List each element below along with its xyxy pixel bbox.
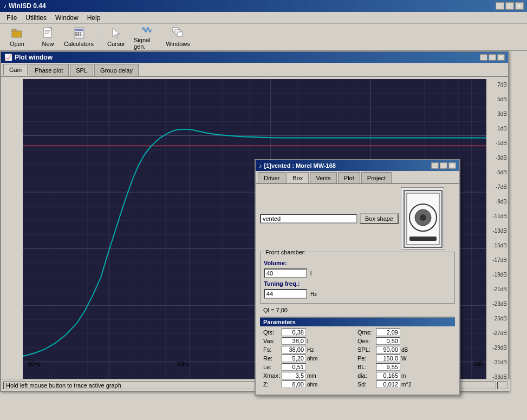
svg-rect-9	[75, 32, 77, 34]
dialog-tabs: Driver Box Vents Plot Project	[256, 171, 459, 184]
dialog-minimize-button[interactable]: _	[431, 162, 439, 169]
open-button[interactable]: Open	[2, 25, 32, 49]
speaker-image	[401, 187, 444, 250]
tab-box[interactable]: Box	[287, 172, 309, 183]
new-icon	[42, 27, 55, 40]
param-pe: Pe: 150,0 W	[357, 355, 452, 362]
plot-title-icon: 📈	[4, 54, 12, 61]
volume-unit: l	[310, 271, 311, 277]
tuning-freq-row: Tuning freq.:	[264, 280, 451, 287]
svg-rect-19	[177, 32, 183, 36]
dialog-title: [1]vented : Morel MW-168	[264, 162, 336, 169]
param-z: Z: 8,00 ohm	[263, 380, 357, 388]
dialog-title-bar: ♪ [1]vented : Morel MW-168 _ □ ×	[256, 160, 459, 171]
plot-win-controls: _ □ ×	[480, 54, 505, 61]
tab-group-delay[interactable]: Group delay	[94, 64, 139, 76]
tuning-freq-label: Tuning freq.:	[264, 280, 300, 287]
menu-file[interactable]: File	[2, 13, 21, 23]
svg-rect-12	[75, 34, 77, 36]
menu-help[interactable]: Help	[83, 13, 105, 23]
signal-gen-button[interactable]: Signal gen.	[132, 25, 162, 49]
param-re: Re: 5,20 ohm	[263, 355, 357, 362]
tab-project[interactable]: Project	[361, 172, 392, 183]
tab-vents[interactable]: Vents	[310, 172, 337, 183]
tab-phase-plot[interactable]: Phase plot	[29, 64, 69, 76]
param-xmax: Xmax: 3,5 mm	[263, 372, 357, 379]
svg-rect-0	[12, 31, 22, 37]
param-spl: SPL: 90,00 dB	[357, 346, 452, 353]
params-right-col: Qms: 2,09 Qes: 0,50 SPL: 90,00 dB	[357, 329, 452, 389]
app-icon: ♪	[3, 2, 6, 10]
open-icon	[11, 27, 24, 40]
plot-minimize-button[interactable]: _	[480, 54, 487, 61]
svg-marker-15	[113, 28, 120, 38]
plot-title-bar: 📈 Plot window _ □ ×	[1, 52, 508, 63]
plot-tabs: Gain Phase plot SPL Group delay	[1, 63, 508, 77]
plot-maximize-button[interactable]: □	[489, 54, 496, 61]
signal-gen-icon	[141, 24, 154, 36]
svg-rect-2	[44, 28, 51, 37]
toolbar: Open New Calcul	[0, 24, 527, 51]
windows-icon	[172, 27, 185, 40]
close-button[interactable]: ×	[515, 2, 524, 10]
param-sd: Sd: 0,012 m^2	[357, 380, 452, 388]
svg-rect-1	[12, 29, 16, 31]
box-type-row: Box shape	[260, 187, 455, 250]
tab-gain[interactable]: Gain	[3, 64, 28, 76]
tab-spl[interactable]: SPL	[70, 64, 93, 76]
dialog-content: Box shape	[256, 184, 459, 395]
params-section: Parameters Qts: 0,38 Vas: 38,0 l	[260, 317, 455, 391]
param-qes: Qes: 0,50	[357, 337, 452, 345]
cursor-icon	[110, 27, 123, 40]
dialog-close-button[interactable]: ×	[448, 162, 456, 169]
menu-window[interactable]: Window	[51, 13, 83, 23]
maximize-button[interactable]: □	[505, 2, 514, 10]
plot-close-button[interactable]: ×	[497, 54, 505, 61]
windows-button[interactable]: Windows	[163, 25, 193, 49]
title-bar: ♪ WinISD 0.44 _ □ ×	[0, 0, 527, 12]
minimize-button[interactable]: _	[496, 2, 504, 10]
svg-rect-13	[77, 34, 79, 36]
front-chamber-legend: Front chamber:	[264, 249, 308, 255]
cursor-button[interactable]: Cursor	[101, 25, 131, 49]
volume-row: Volume:	[264, 260, 451, 266]
plot-window-title: Plot window	[15, 54, 53, 61]
param-fs: Fs: 38,00 Hz	[263, 346, 357, 353]
svg-rect-8	[75, 29, 83, 31]
tab-plot[interactable]: Plot	[338, 172, 360, 183]
dialog-window: ♪ [1]vented : Morel MW-168 _ □ × Driver …	[255, 159, 460, 396]
svg-rect-70	[409, 237, 437, 241]
volume-input-row: l	[264, 268, 451, 278]
params-left-col: Qts: 0,38 Vas: 38,0 l Fs: 38,00 Hz	[263, 329, 357, 389]
menu-utilities[interactable]: Utilities	[21, 13, 51, 23]
menu-bar: File Utilities Window Help	[0, 12, 527, 24]
params-header: Parameters	[260, 318, 455, 326]
dialog-controls: _ □ ×	[431, 162, 456, 169]
volume-input[interactable]	[264, 268, 307, 278]
param-qms: Qms: 2,09	[357, 329, 452, 336]
param-le: Le: 0,51	[263, 363, 357, 371]
tuning-freq-input[interactable]	[264, 289, 307, 299]
app-title: WinISD 0.44	[9, 2, 46, 10]
param-qts: Qts: 0,38	[263, 329, 357, 336]
new-button[interactable]: New	[33, 25, 63, 49]
param-bl: BL: 9,55	[357, 363, 452, 371]
tuning-freq-input-row: Hz	[264, 289, 451, 299]
dialog-maximize-button[interactable]: □	[440, 162, 447, 169]
box-shape-button[interactable]: Box shape	[360, 213, 399, 224]
calculators-button[interactable]: Calculators	[64, 25, 94, 49]
ql-display: Ql = 7,00	[260, 306, 455, 314]
title-win-controls: _ □ ×	[496, 2, 524, 10]
scroll-grip[interactable]	[497, 382, 508, 389]
param-dia: dia: 0,165 m	[357, 372, 452, 379]
box-type-input[interactable]	[260, 214, 357, 224]
svg-rect-11	[80, 32, 81, 34]
y-axis-labels: 7dB5dB3dB1dB -1dB-3dB-5dB-7dB -9dB-11dB-…	[486, 81, 508, 381]
tuning-freq-unit: Hz	[310, 291, 317, 297]
toolbar-separator-1	[97, 26, 98, 48]
param-vas: Vas: 38,0 l	[263, 337, 357, 345]
tab-driver[interactable]: Driver	[258, 172, 285, 183]
main-area: 📈 Plot window _ □ × Gain Phase plot SPL …	[0, 51, 527, 420]
params-grid: Qts: 0,38 Vas: 38,0 l Fs: 38,00 Hz	[260, 326, 455, 391]
volume-label: Volume:	[264, 260, 287, 266]
